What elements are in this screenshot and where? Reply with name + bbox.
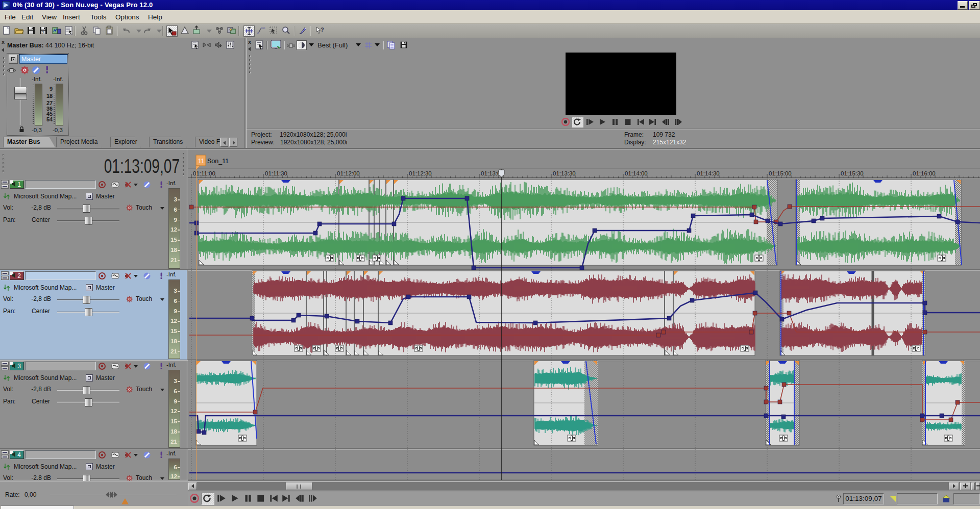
svg-text:01:15:00: 01:15:00 xyxy=(769,170,792,176)
svg-text:01:12:00: 01:12:00 xyxy=(337,170,360,176)
svg-text:?: ? xyxy=(42,31,44,34)
svg-text:Son_11: Son_11 xyxy=(207,158,229,165)
svg-text:01:13:30: 01:13:30 xyxy=(553,170,576,176)
svg-text:01:14:30: 01:14:30 xyxy=(697,170,720,176)
svg-text:01:13:0: 01:13:0 xyxy=(481,170,500,176)
svg-text:01:11:30: 01:11:30 xyxy=(265,170,287,176)
svg-text:11: 11 xyxy=(198,158,205,165)
svg-text:01:15:30: 01:15:30 xyxy=(841,170,864,176)
svg-text:01:12:30: 01:12:30 xyxy=(409,170,432,176)
svg-text:01:16:00: 01:16:00 xyxy=(913,170,936,176)
svg-text:?: ? xyxy=(321,27,324,33)
svg-text:01:14:00: 01:14:00 xyxy=(625,170,648,176)
